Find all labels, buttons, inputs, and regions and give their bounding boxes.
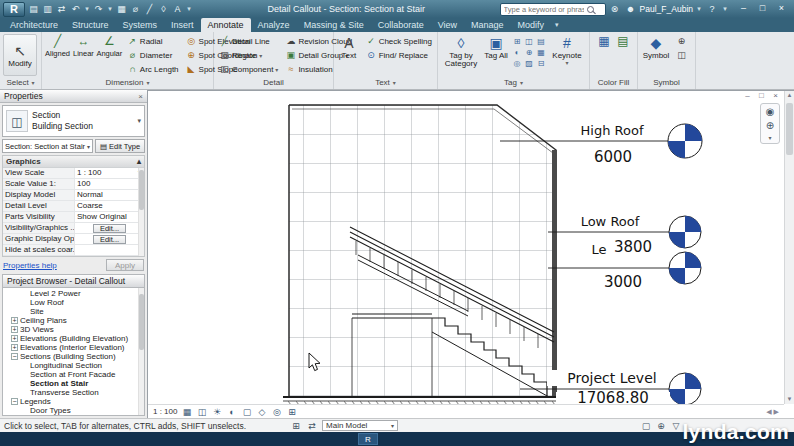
tree-item[interactable]: +Elevations (Interior Elevation) bbox=[3, 343, 144, 352]
tag-option-icon[interactable]: ◫ bbox=[523, 36, 535, 47]
design-option-select[interactable]: Main Model ▾ bbox=[322, 420, 398, 431]
panel-label-dimension[interactable]: Dimension ▾ bbox=[42, 76, 213, 89]
detail-level-value[interactable]: Coarse bbox=[75, 201, 144, 211]
aligned-dimension-icon[interactable]: ╱ bbox=[143, 2, 156, 16]
tab-massing-site[interactable]: Massing & Site bbox=[297, 18, 371, 32]
zoom-icon[interactable]: ⊕ bbox=[766, 120, 774, 131]
apply-button[interactable]: Apply bbox=[106, 259, 144, 271]
sync-icon[interactable]: ⇄ bbox=[55, 2, 68, 16]
hide-at-scales-value[interactable] bbox=[75, 245, 144, 255]
tab-modify[interactable]: Modify bbox=[511, 18, 552, 32]
graphic-display-edit-button[interactable]: Edit... bbox=[93, 235, 126, 244]
level-elevation-label[interactable]: 6000 bbox=[594, 148, 632, 166]
help-icon[interactable]: ? bbox=[705, 4, 719, 14]
element-filter-combo[interactable]: Section: Section at Stair ▾ bbox=[2, 139, 93, 153]
text-button[interactable]: A Text bbox=[337, 34, 361, 60]
tab-annotate[interactable]: Annotate bbox=[201, 18, 251, 32]
level-name-label[interactable]: Le bbox=[591, 242, 606, 257]
level-elevation-label[interactable]: 3000 bbox=[604, 273, 642, 291]
tree-item[interactable]: Low Roof bbox=[3, 298, 144, 307]
level-head-3000[interactable] bbox=[669, 252, 701, 284]
level-head-low-roof[interactable] bbox=[669, 216, 701, 248]
scroll-up-icon[interactable]: ▲ bbox=[785, 91, 794, 100]
tree-item[interactable]: Level 2 Power bbox=[3, 289, 144, 298]
level-name-label[interactable]: Project Level bbox=[567, 370, 656, 386]
browser-scrollbar[interactable] bbox=[138, 288, 144, 415]
vertical-scrollbar[interactable]: ▲ ▼ bbox=[784, 91, 794, 404]
tag-option-icon[interactable]: ▨ bbox=[523, 58, 535, 69]
level-name-label[interactable]: Low Roof bbox=[581, 214, 640, 229]
tag-by-category-button[interactable]: ◊ Tag by Category bbox=[441, 34, 481, 69]
tab-structure[interactable]: Structure bbox=[65, 18, 116, 32]
visibility-graphics-edit-button[interactable]: Edit... bbox=[93, 224, 126, 233]
tab-view[interactable]: View bbox=[431, 18, 464, 32]
search-input[interactable] bbox=[504, 5, 584, 14]
tree-item[interactable]: Door Types bbox=[3, 406, 144, 415]
tree-item[interactable]: +3D Views bbox=[3, 325, 144, 334]
tree-item[interactable]: Section at Front Facade bbox=[3, 370, 144, 379]
redo-dropdown-icon[interactable]: ▾ bbox=[106, 5, 114, 13]
measure-icon[interactable]: ⌀ bbox=[129, 2, 142, 16]
level-head-project[interactable] bbox=[669, 373, 701, 405]
filter-icon[interactable]: ▽ bbox=[670, 421, 682, 431]
level-head-high-roof[interactable] bbox=[668, 124, 702, 158]
taskbar-revit-icon[interactable]: R bbox=[358, 433, 378, 445]
collapse-icon[interactable]: − bbox=[11, 398, 18, 405]
level-elevation-label[interactable]: 3800 bbox=[614, 238, 652, 256]
color-fill-legend-button[interactable]: ▦ bbox=[596, 34, 612, 49]
modify-button[interactable]: ↖ Modify bbox=[3, 34, 37, 76]
detail-line-button[interactable]: ╱ Detail Line bbox=[217, 34, 280, 48]
tag-icon[interactable]: ◊ bbox=[157, 2, 170, 16]
collapse-icon[interactable]: − bbox=[11, 353, 18, 360]
close-button[interactable]: × bbox=[772, 2, 791, 16]
type-selector-dropdown-icon[interactable]: ▾ bbox=[137, 117, 141, 125]
open-icon[interactable]: ▤ bbox=[27, 2, 40, 16]
panel-label-select[interactable]: Select ▾ bbox=[0, 76, 41, 89]
tab-analyze[interactable]: Analyze bbox=[251, 18, 297, 32]
tree-item[interactable]: −Legends bbox=[3, 397, 144, 406]
redo-icon[interactable]: ↷ bbox=[92, 2, 105, 16]
project-browser-header[interactable]: Project Browser - Detail Callout bbox=[3, 275, 144, 288]
qat-dropdown-icon[interactable]: ▾ bbox=[185, 5, 193, 13]
tree-item[interactable]: +Ceiling Plans bbox=[3, 316, 144, 325]
panel-label-tag[interactable]: Tag ▾ bbox=[438, 76, 589, 89]
panel-label-text[interactable]: Text ▾ bbox=[334, 76, 437, 89]
properties-help-link[interactable]: Properties help bbox=[3, 261, 57, 270]
tab-architecture[interactable]: Architecture bbox=[3, 18, 65, 32]
reveal-hidden-elements-icon[interactable]: ⊞ bbox=[286, 407, 297, 417]
tab-insert[interactable]: Insert bbox=[164, 18, 201, 32]
tab-manage[interactable]: Manage bbox=[464, 18, 511, 32]
linear-dim-button[interactable]: ↔ Linear bbox=[73, 34, 94, 58]
app-menu-button[interactable]: R bbox=[3, 2, 25, 17]
view-scale-value[interactable]: 1 : 100 ▾ bbox=[75, 168, 144, 178]
search-box[interactable] bbox=[500, 3, 606, 16]
diameter-dim-button[interactable]: ⌀ Diameter bbox=[125, 48, 181, 62]
expand-icon[interactable]: + bbox=[11, 326, 18, 333]
crop-region-visible-icon[interactable]: ◇ bbox=[256, 407, 267, 417]
tab-collaborate[interactable]: Collaborate bbox=[371, 18, 431, 32]
user-name[interactable]: Paul_F_Aubin bbox=[640, 4, 693, 14]
print-icon[interactable]: ▦ bbox=[115, 2, 128, 16]
level-name-label[interactable]: High Roof bbox=[581, 123, 644, 138]
user-dropdown-icon[interactable]: ▾ bbox=[695, 5, 703, 13]
scrollbar-thumb[interactable] bbox=[786, 103, 793, 155]
view-restore-icon[interactable]: □ bbox=[755, 91, 768, 100]
editing-requests-icon[interactable]: ⇄ bbox=[306, 421, 318, 431]
tag-option-icon[interactable]: ◐ bbox=[511, 47, 523, 58]
drawing-area[interactable]: High Roof 6000 Low Roof Le 3800 3000 Pro… bbox=[148, 91, 784, 405]
span-direction-button[interactable]: ⊕ bbox=[674, 34, 689, 48]
find-replace-button[interactable]: ⊙ Find/ Replace bbox=[364, 48, 434, 62]
maximize-button[interactable]: □ bbox=[753, 2, 772, 16]
graphics-group-header[interactable]: Graphics ▴ bbox=[3, 156, 144, 168]
panel-label-symbol[interactable]: Symbol bbox=[638, 76, 695, 89]
right-wall-poche[interactable] bbox=[552, 150, 557, 397]
view-scale-button[interactable]: 1 : 100 bbox=[153, 407, 177, 416]
aligned-dim-button[interactable]: ╱ Aligned bbox=[45, 34, 70, 58]
tree-item-active-view[interactable]: Section at Stair bbox=[3, 379, 144, 388]
help-dropdown-icon[interactable]: ▾ bbox=[721, 5, 729, 13]
close-icon[interactable]: × bbox=[138, 92, 143, 101]
search-icon[interactable] bbox=[587, 6, 594, 13]
region-button[interactable]: ▨ Region ▾ bbox=[217, 48, 280, 62]
tag-option-icon[interactable]: ▤ bbox=[535, 36, 547, 47]
scale-value[interactable]: 100 bbox=[75, 179, 144, 189]
